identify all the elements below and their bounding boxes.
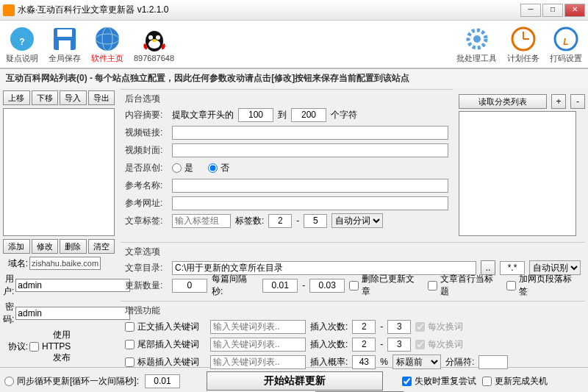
svg-text:?: ? — [19, 37, 24, 47]
interval-b-input[interactable] — [309, 279, 345, 293]
title-position-select[interactable]: 标题前 — [392, 354, 441, 369]
tool-qq[interactable]: 897687648 — [134, 26, 174, 63]
add-button[interactable]: 添加 — [3, 239, 30, 254]
refurl-input[interactable] — [172, 196, 448, 210]
move-up-button[interactable]: 上移 — [3, 90, 30, 105]
site-list[interactable] — [3, 108, 115, 236]
body-kw-input[interactable] — [210, 320, 306, 334]
clear-button[interactable]: 清空 — [88, 239, 115, 254]
user-label: 用户: — [3, 273, 14, 298]
tagcount-a-input[interactable] — [268, 214, 292, 228]
qq-icon — [140, 26, 168, 54]
original-no-radio[interactable]: 否 — [208, 162, 229, 174]
svg-point-10 — [148, 35, 153, 40]
tool-help[interactable]: ? 疑点说明 — [6, 25, 38, 64]
body-cnt-b-input[interactable] — [387, 320, 411, 334]
import-button[interactable]: 导入 — [60, 90, 87, 105]
tail-perline-checkbox[interactable]: 每次换词 — [415, 338, 463, 351]
title-sep-input[interactable] — [478, 355, 508, 369]
read-category-button[interactable]: 读取分类列表 — [459, 94, 547, 109]
delete-button[interactable]: 删除 — [60, 239, 87, 254]
refname-label: 参考名称: — [125, 179, 168, 192]
retry-checkbox[interactable]: 失败时重复尝试 — [402, 375, 476, 388]
refurl-label: 参考网址: — [125, 197, 168, 210]
summary-from-input[interactable] — [238, 108, 273, 122]
modify-button[interactable]: 修改 — [32, 239, 59, 254]
body-kw-checkbox[interactable]: 正文插入关键词 — [125, 321, 206, 333]
save-icon — [51, 25, 79, 53]
tail-kw-checkbox[interactable]: 尾部插入关键词 — [125, 338, 206, 351]
video-link-input[interactable] — [172, 126, 448, 140]
tags-label: 文章标签: — [125, 215, 168, 227]
video-cover-input[interactable] — [172, 143, 448, 157]
tail-kw-input[interactable] — [210, 338, 306, 352]
https-checkbox[interactable]: 使用 HTTPS 发布 — [29, 329, 54, 364]
svg-text:L: L — [563, 37, 568, 47]
cat-minus-button[interactable]: - — [570, 94, 585, 109]
svg-point-12 — [152, 39, 157, 42]
subtitle-bar: 互动百科网站列表(0) - 每个站点独立配置，因此任何参数改动请点击[修改]按钮… — [0, 69, 588, 88]
maximize-button[interactable]: □ — [542, 4, 563, 17]
tool-home[interactable]: 软件主页 — [91, 25, 123, 64]
title-prob-input[interactable] — [352, 355, 376, 369]
svg-point-14 — [473, 35, 481, 43]
tool-captcha[interactable]: L 打码设置 — [550, 25, 582, 64]
svg-point-11 — [156, 35, 160, 40]
close-button[interactable]: ✕ — [564, 4, 585, 17]
tagcount-b-input[interactable] — [304, 214, 327, 228]
tool-save[interactable]: 全局保存 — [49, 25, 81, 64]
summary-to-input[interactable] — [291, 108, 326, 122]
pass-input[interactable] — [15, 307, 130, 320]
dir-label: 文章目录: — [125, 262, 168, 274]
segmentation-select[interactable]: 自动分词 — [331, 213, 383, 228]
first-title-checkbox[interactable]: 文章首行当标题 — [428, 273, 502, 298]
domain-field[interactable]: zishahu.baike.com — [29, 257, 101, 270]
title-kw-checkbox[interactable]: 标题插入关键词 — [125, 356, 206, 368]
move-down-button[interactable]: 下移 — [32, 90, 59, 105]
cat-plus-button[interactable]: + — [551, 94, 566, 109]
tail-cnt-a-input[interactable] — [352, 338, 376, 352]
add-para-checkbox[interactable]: 加网页段落标签 — [506, 273, 581, 298]
sync-val-input[interactable] — [145, 374, 180, 388]
tags-input[interactable] — [172, 214, 231, 228]
body-cnt-a-input[interactable] — [352, 320, 376, 334]
interval-a-input[interactable] — [262, 279, 298, 293]
captcha-icon: L — [552, 25, 580, 53]
domain-label: 域名: — [3, 257, 28, 270]
shutdown-checkbox[interactable]: 更新完成关机 — [482, 375, 548, 388]
body-perline-checkbox[interactable]: 每次换词 — [415, 321, 463, 333]
tool-batch[interactable]: 批处理工具 — [456, 25, 497, 64]
tail-cnt-b-input[interactable] — [387, 338, 411, 352]
start-update-button[interactable]: 开始站群更新 — [207, 371, 383, 391]
app-icon — [3, 4, 15, 16]
svg-rect-3 — [57, 29, 72, 37]
refname-input[interactable] — [172, 179, 448, 193]
sync-radio[interactable]: 同步循环更新[循环一次间隔秒]: — [4, 375, 139, 388]
svg-rect-4 — [59, 40, 71, 50]
pass-label: 密码: — [3, 301, 14, 326]
clock-icon — [509, 25, 537, 53]
tool-schedule[interactable]: 计划任务 — [507, 25, 539, 64]
title-kw-input[interactable] — [210, 355, 306, 369]
count-label: 更新数量: — [125, 279, 168, 292]
export-button[interactable]: 导出 — [88, 90, 115, 105]
article-title: 文章选项 — [125, 246, 581, 258]
count-input[interactable] — [172, 279, 207, 293]
original-label: 是否原创: — [125, 162, 168, 174]
summary-label: 内容摘要: — [125, 109, 168, 121]
user-input[interactable] — [15, 279, 130, 292]
gear-icon — [463, 25, 491, 53]
globe-icon — [93, 25, 121, 53]
minimize-button[interactable]: ─ — [520, 4, 541, 17]
window-title: 水淼·互动百科行业文章更新器 v1.2.1.0 — [18, 4, 168, 16]
original-yes-radio[interactable]: 是 — [172, 162, 193, 174]
proto-label: 协议: — [3, 341, 28, 353]
help-icon: ? — [8, 25, 36, 53]
svg-point-5 — [96, 27, 119, 51]
video-cover-label: 视频封面: — [125, 144, 168, 157]
backend-title: 后台选项 — [125, 93, 448, 105]
enhance-title: 增强功能 — [125, 304, 581, 317]
del-updated-checkbox[interactable]: 删除已更新文章 — [349, 273, 423, 298]
video-link-label: 视频链接: — [125, 126, 168, 139]
category-list[interactable] — [459, 111, 576, 236]
